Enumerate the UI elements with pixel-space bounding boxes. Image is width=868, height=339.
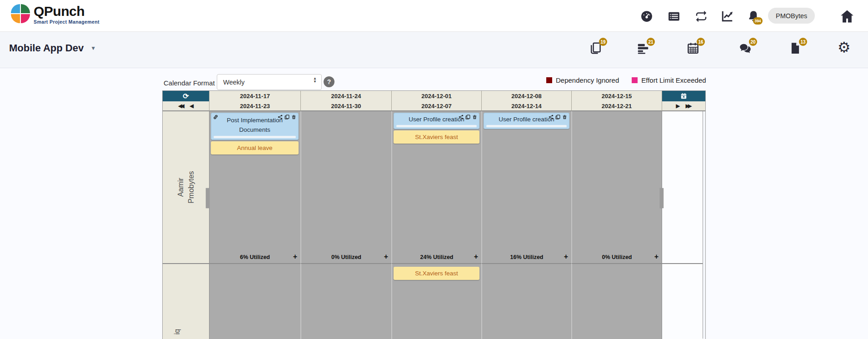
dependency-link-icon	[213, 115, 218, 120]
add-task-button[interactable]: +	[654, 253, 658, 261]
add-task-button[interactable]: +	[474, 253, 478, 261]
row-resize-handle-right[interactable]	[660, 188, 663, 208]
cell-r1-w2: 0% Utilized +	[300, 111, 391, 263]
resource-name-line2: Pmobytes	[186, 171, 196, 203]
dashboard-icon[interactable]	[640, 10, 653, 23]
documents-icon[interactable]: 13	[788, 41, 802, 55]
progress-bar	[486, 125, 567, 127]
resource-name-partial: iq	[173, 329, 181, 334]
vertical-scrollbar[interactable]	[703, 111, 705, 339]
chat-count-badge: 20	[749, 38, 757, 46]
week-start-1: 2024-11-17	[209, 91, 300, 101]
share-icon[interactable]	[549, 115, 554, 120]
calendar-icon[interactable]: 16	[686, 41, 700, 55]
chevron-down-icon: ▼	[90, 45, 96, 51]
utilization-cell: 6% Utilized +	[210, 251, 300, 263]
nav-back-controls: ◀◀ ◀	[163, 101, 209, 111]
trash-icon[interactable]	[562, 115, 567, 120]
copy-icon[interactable]	[465, 115, 470, 120]
week-start-4: 2024-12-08	[481, 91, 571, 101]
week-start-2: 2024-11-24	[300, 91, 391, 101]
task-title: User Profile creation	[499, 116, 554, 123]
settings-gear-icon[interactable]: ⚙	[838, 38, 851, 56]
app-logo[interactable]: QPunch Smart Project Management	[11, 4, 100, 25]
backward-button[interactable]: ◀	[190, 103, 194, 109]
leave-card-annual-leave[interactable]: Annual leave	[211, 141, 299, 155]
legend: Dependency Ignored Effort Limit Exceeded	[546, 76, 706, 84]
project-toolbar: Mobile App Dev ▼ 19 21 16 20 13 ⚙	[0, 32, 868, 68]
add-task-button[interactable]: +	[384, 253, 388, 261]
tasks-count-badge: 21	[647, 38, 655, 46]
cell-r2-w2	[300, 263, 391, 339]
task-card-user-profile-creation[interactable]: User Profile creation	[394, 113, 479, 129]
leave-card-st-xaviers-feast[interactable]: St.Xaviers feast	[394, 130, 479, 144]
legend-effort-limit-exceeded: Effort Limit Exceeded	[632, 76, 706, 84]
cell-r1-w1: Post Implementation Documents Annual lea…	[209, 111, 300, 263]
boards-icon[interactable]: 19	[589, 41, 602, 55]
resource-calendar-grid: ⟳ 2024-11-17 2024-11-24 2024-12-01 2024-…	[162, 90, 706, 339]
resource-label-row2: iq	[163, 263, 209, 339]
calendar-format-value: Weekly	[223, 79, 244, 86]
calendar-format-select[interactable]: Weekly ▲▼	[217, 74, 322, 90]
forward-button[interactable]: ▶	[676, 103, 680, 109]
refresh-button[interactable]: ⟳	[163, 91, 209, 101]
cell-r1-w4: User Profile creation 16% Utilized +	[481, 111, 571, 263]
calendar-count-badge: 16	[697, 38, 705, 46]
cell-r1-w5: 0% Utilized +	[571, 111, 662, 263]
task-card-post-implementation[interactable]: Post Implementation Documents	[211, 113, 299, 140]
nav-forward-controls: ▶ ▶▶	[662, 101, 705, 111]
notifications-bell-icon[interactable]: 394	[747, 10, 760, 23]
qpunch-logo-icon	[11, 4, 30, 23]
week-start-5: 2024-12-15	[571, 91, 662, 101]
trash-icon[interactable]	[291, 115, 296, 120]
utilization-cell: 0% Utilized +	[301, 251, 391, 263]
project-selector[interactable]: Mobile App Dev ▼	[9, 42, 96, 54]
fast-forward-button[interactable]: ▶▶	[685, 103, 690, 109]
calendar-format-label: Calendar Format	[164, 79, 215, 87]
share-icon[interactable]	[278, 115, 283, 120]
boards-count-badge: 19	[599, 38, 607, 46]
row-resize-handle-left[interactable]	[206, 188, 210, 208]
account-button[interactable]: PMOBytes	[768, 8, 815, 24]
logo-title: QPunch	[34, 4, 100, 19]
qpunch-app: QPunch Smart Project Management 394 PMOB…	[0, 0, 868, 339]
chat-icon[interactable]: 20	[738, 41, 752, 55]
cell-r1-w3: User Profile creation St.Xaviers feast 2…	[391, 111, 481, 263]
utilization-cell: 0% Utilized +	[572, 251, 662, 263]
utilization-cell: 16% Utilized +	[482, 251, 571, 263]
cell-r1-end	[662, 111, 705, 263]
logo-tagline: Smart Project Management	[34, 19, 100, 25]
add-task-button[interactable]: +	[564, 253, 568, 261]
week-end-3: 2024-12-07	[391, 101, 481, 111]
week-end-4: 2024-12-14	[481, 101, 571, 111]
jump-to-date-button[interactable]	[662, 91, 705, 101]
list-view-icon[interactable]	[667, 10, 681, 23]
fast-backward-button[interactable]: ◀◀	[178, 103, 183, 109]
trash-icon[interactable]	[472, 115, 477, 120]
effort-limit-exceeded-swatch	[632, 77, 638, 83]
progress-bar	[396, 125, 477, 127]
cell-r2-w5	[571, 263, 662, 339]
sync-icon[interactable]	[694, 10, 708, 23]
copy-icon[interactable]	[284, 115, 289, 120]
refresh-icon: ⟳	[183, 92, 189, 100]
copy-icon[interactable]	[555, 115, 560, 120]
analytics-icon[interactable]	[720, 10, 734, 23]
resource-label-aamir: Aamir Pmobytes	[163, 111, 209, 263]
tasks-icon[interactable]: 21	[636, 41, 650, 55]
resource-name-line1: Aamir	[175, 171, 186, 203]
top-bar: QPunch Smart Project Management 394 PMOB…	[0, 0, 868, 32]
notification-count-badge: 394	[753, 17, 763, 25]
cell-r2-end	[662, 263, 705, 339]
calendar-x-icon	[680, 92, 688, 100]
help-icon[interactable]: ?	[324, 76, 334, 87]
leave-card-st-xaviers-feast[interactable]: St.Xaviers feast	[394, 267, 479, 280]
home-icon[interactable]	[839, 8, 855, 25]
cell-r2-w3: St.Xaviers feast	[391, 263, 481, 339]
progress-bar	[214, 136, 296, 138]
task-card-user-profile-creation[interactable]: User Profile creation	[484, 113, 569, 129]
add-task-button[interactable]: +	[293, 253, 297, 261]
share-icon[interactable]	[459, 115, 464, 120]
dependency-ignored-swatch	[546, 77, 552, 83]
project-title: Mobile App Dev	[9, 42, 84, 54]
